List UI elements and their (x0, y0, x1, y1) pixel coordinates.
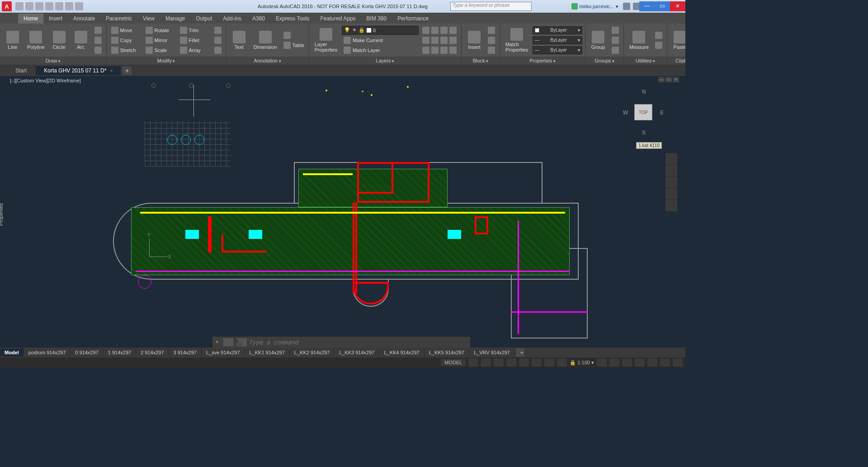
vp-maximize-icon[interactable]: ▭ (665, 77, 672, 82)
add-tab-button[interactable]: + (123, 67, 132, 75)
panel-title-modify[interactable]: Modify (107, 57, 226, 65)
ribbon-tab-bim-360[interactable]: BIM 360 (361, 14, 392, 24)
leader-button[interactable] (282, 31, 306, 40)
drawing-canvas[interactable]: — ▭ × [–][Custom View][2D Wireframe] Pro… (0, 76, 680, 348)
polar-toggle-icon[interactable] (506, 358, 516, 367)
vp-close-icon[interactable]: × (673, 77, 679, 82)
panel-title-clipboard[interactable]: Clipboard (667, 57, 685, 65)
edit-block-button[interactable] (486, 36, 497, 45)
layout-tab-l-kk1-914x297[interactable]: L_KK1 914x297 (245, 348, 290, 357)
panel-title-properties[interactable]: Properties (500, 57, 585, 65)
status-model[interactable]: MODEL (441, 359, 466, 366)
layout-tab-0-914x297[interactable]: 0 914x297 (71, 348, 103, 357)
scale-button[interactable]: Scale (144, 46, 176, 55)
ribbon-tab-manage[interactable]: Manage (160, 14, 190, 24)
command-input[interactable] (249, 339, 470, 346)
match-properties-button[interactable]: Match Properties (503, 27, 531, 53)
app-icon[interactable]: A (2, 1, 12, 11)
fillet-button[interactable]: Fillet (178, 36, 211, 45)
user-menu[interactable]: mirko.jurcevic... ▾ (571, 3, 618, 10)
annotation-monitor-icon[interactable] (622, 358, 632, 367)
start-tab[interactable]: Start (7, 66, 35, 75)
trim-button[interactable]: Trim (178, 26, 211, 35)
gear-icon[interactable] (597, 358, 607, 367)
edit-attr-button[interactable] (486, 46, 497, 55)
circle-button[interactable]: Circle (49, 30, 69, 51)
close-button[interactable]: × (670, 1, 685, 11)
layer-properties-button[interactable]: Layer Properties (312, 27, 340, 53)
qat-plot-icon[interactable] (55, 2, 63, 10)
command-line[interactable]: × ›_ (212, 337, 470, 348)
ribbon-tab-view[interactable]: View (137, 14, 160, 24)
cleanscreen-icon[interactable] (660, 358, 670, 367)
isolate-icon[interactable] (635, 358, 645, 367)
snap-toggle-icon[interactable] (481, 358, 491, 367)
panel-title-groups[interactable]: Groups (585, 57, 623, 65)
layer-tool-1[interactable] (420, 26, 458, 35)
workspace-icon[interactable] (609, 358, 619, 367)
panel-title-layers[interactable]: Layers (309, 57, 461, 65)
arc-button[interactable]: Arc (71, 30, 91, 51)
ribbon-tab-a360[interactable]: A360 (247, 14, 270, 24)
pan-icon[interactable] (665, 165, 677, 176)
measure-button[interactable]: Measure (627, 30, 651, 51)
layout-tab-l-sve-914x297[interactable]: L_sve 914x297 (202, 348, 245, 357)
panel-title-utilities[interactable]: Utilities (624, 57, 667, 65)
orbit-icon[interactable] (665, 188, 677, 200)
maximize-button[interactable]: ▭ (655, 1, 670, 11)
make-current-button[interactable]: Make Current (342, 36, 419, 45)
panel-title-draw[interactable]: Draw (0, 57, 106, 65)
otrack-toggle-icon[interactable] (532, 358, 542, 367)
dimension-button[interactable]: Dimension (251, 30, 280, 51)
hardware-accel-icon[interactable] (647, 358, 657, 367)
polyline-button[interactable]: Polyline (24, 30, 47, 51)
ortho-toggle-icon[interactable] (494, 358, 504, 367)
mirror-button[interactable]: Mirror (144, 36, 176, 45)
exchange-icon[interactable] (623, 3, 630, 10)
showmotion-icon[interactable] (665, 200, 677, 212)
panel-title-block[interactable]: Block (462, 57, 500, 65)
match-layer-button[interactable]: Match Layer (342, 46, 419, 55)
layout-tab-model[interactable]: Model (0, 348, 24, 357)
layout-tab-l-kk3-914x297[interactable]: L_KK3 914x297 (335, 348, 379, 357)
table-button[interactable]: Table (282, 41, 306, 50)
vp-minimize-icon[interactable]: — (658, 77, 665, 82)
ribbon-tab-insert[interactable]: Insert (43, 14, 68, 24)
lineweight-dropdown[interactable]: —ByLayer▾ (533, 36, 582, 44)
navwheel-icon[interactable] (665, 153, 677, 165)
file-tab-active[interactable]: Korta GHV 2015 07 11 D*× (36, 66, 121, 75)
rotate-button[interactable]: Rotate (144, 26, 176, 35)
close-tab-icon[interactable]: × (110, 68, 113, 73)
transparency-toggle-icon[interactable] (557, 358, 567, 367)
move-button[interactable]: Move (109, 26, 142, 35)
ribbon-tab-annotate[interactable]: Annotate (68, 14, 100, 24)
linetype-dropdown[interactable]: —ByLayer▾ (533, 46, 582, 54)
viewcube[interactable]: N S E W TOP (623, 85, 664, 139)
group-button[interactable]: Group (588, 30, 608, 51)
cmd-close-icon[interactable]: × (212, 339, 222, 345)
qat-undo-icon[interactable] (65, 2, 73, 10)
qat-save-icon[interactable] (35, 2, 43, 10)
minimize-button[interactable]: — (639, 1, 655, 11)
insert-button[interactable]: Insert (464, 30, 484, 51)
view-label[interactable]: [–][Custom View][2D Wireframe] (10, 78, 81, 83)
annotation-scale[interactable]: 🔒 1:100 ▾ (570, 360, 594, 366)
customize-status-icon[interactable] (673, 358, 683, 367)
create-block-button[interactable] (486, 26, 497, 35)
ribbon-tab-express-tools[interactable]: Express Tools (270, 14, 315, 24)
grid-toggle-icon[interactable] (468, 358, 478, 367)
layout-tab-l-kk5-914x297[interactable]: L_KK5 914x297 (425, 348, 469, 357)
layout-tab-l-kk2-914x297[interactable]: L_KK2 914x297 (290, 348, 335, 357)
ribbon-tab-output[interactable]: Output (190, 14, 217, 24)
layout-tab-3-914x297[interactable]: 3 914x297 (169, 348, 202, 357)
copy-button[interactable]: Copy (109, 36, 142, 45)
color-dropdown[interactable]: ByLayer▾ (533, 26, 582, 34)
panel-title-annotation[interactable]: Annotation (226, 57, 309, 65)
layer-tool-3[interactable] (420, 46, 458, 55)
ribbon-tab-parametric[interactable]: Parametric (100, 14, 137, 24)
ribbon-tab-add-ins[interactable]: Add-ins (217, 14, 247, 24)
qat-new-icon[interactable] (15, 2, 24, 10)
ribbon-tab-home[interactable]: Home (18, 14, 43, 24)
cmd-customize-icon[interactable] (223, 338, 233, 346)
lineweight-toggle-icon[interactable] (544, 358, 554, 367)
